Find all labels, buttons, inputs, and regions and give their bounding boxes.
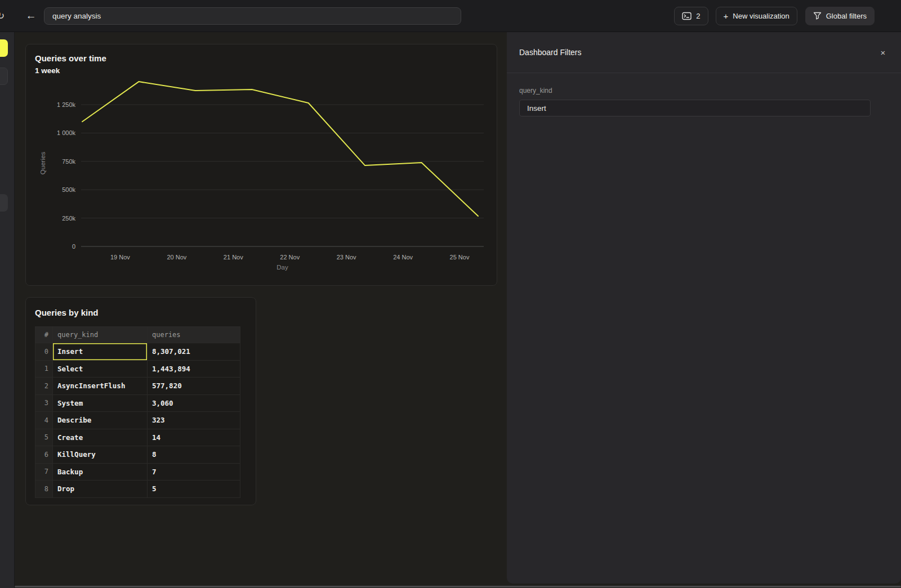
row-index-cell: 0	[35, 343, 53, 361]
table-column-header[interactable]: #	[35, 327, 53, 343]
left-rail	[0, 32, 15, 588]
table-row: 1Select1,443,894	[35, 360, 240, 378]
svg-text:1 000k: 1 000k	[57, 129, 76, 136]
queries-by-kind-table: #query_kindqueries 0Insert8,307,0211Sele…	[35, 326, 240, 498]
sql-console-count-button[interactable]: 2	[674, 7, 708, 25]
dashboard-title-input[interactable]	[44, 7, 461, 25]
new-visualization-label: New visualization	[733, 12, 789, 20]
svg-text:21 Nov: 21 Nov	[224, 254, 243, 261]
svg-text:19 Nov: 19 Nov	[110, 254, 130, 261]
query-kind-cell[interactable]: Drop	[53, 481, 148, 498]
svg-text:750k: 750k	[62, 158, 75, 165]
svg-text:0: 0	[72, 243, 75, 250]
queries-count-cell[interactable]: 577,820	[148, 378, 240, 395]
queries-count-cell[interactable]: 3,060	[148, 394, 240, 412]
svg-text:500k: 500k	[62, 186, 75, 193]
table-row: 6KillQuery8	[35, 446, 240, 464]
table-header-row: #query_kindqueries	[35, 327, 240, 343]
table-row: 5Create14	[35, 429, 240, 446]
filters-panel-header: Dashboard Filters ×	[507, 32, 901, 73]
filter-field-label: query_kind	[519, 87, 889, 95]
topbar: ↻ ← 2 + New visualization Global filters	[0, 0, 901, 32]
query-kind-cell[interactable]: Describe	[53, 412, 148, 429]
arrow-left-icon: ←	[26, 10, 37, 22]
table-row: 8Drop5	[35, 481, 240, 498]
row-index-cell: 2	[35, 378, 53, 395]
queries-count-cell[interactable]: 8	[148, 446, 240, 464]
close-icon[interactable]: ×	[877, 47, 889, 58]
svg-text:25 Nov: 25 Nov	[450, 254, 470, 261]
table-column-header[interactable]: queries	[148, 327, 240, 343]
queries-by-kind-card: Queries by kind #query_kindqueries 0Inse…	[25, 297, 256, 505]
table-title: Queries by kind	[35, 308, 99, 317]
table-row: 3System3,060	[35, 394, 240, 412]
svg-text:Queries: Queries	[39, 152, 46, 175]
svg-text:Day: Day	[276, 264, 288, 271]
row-index-cell: 5	[35, 429, 53, 446]
queries-count-cell[interactable]: 5	[148, 481, 240, 498]
global-filters-button[interactable]: Global filters	[805, 7, 875, 25]
svg-text:24 Nov: 24 Nov	[393, 254, 413, 261]
query-kind-cell[interactable]: AsyncInsertFlush	[53, 378, 148, 395]
svg-text:250k: 250k	[62, 215, 75, 222]
dashboard-canvas: Queries over time 1 week 0250k500k750k1 …	[15, 32, 507, 588]
query-kind-filter-input[interactable]	[519, 100, 871, 116]
console-window-icon	[682, 12, 692, 20]
queries-count-cell[interactable]: 1,443,894	[148, 360, 240, 378]
table-row: 7Backup7	[35, 463, 240, 481]
svg-text:23 Nov: 23 Nov	[337, 254, 356, 261]
queries-over-time-line-chart[interactable]: 0250k500k750k1 000k1 250k19 Nov20 Nov21 …	[26, 44, 497, 285]
back-button[interactable]: ←	[23, 7, 39, 24]
row-index-cell: 4	[35, 412, 53, 429]
new-visualization-button[interactable]: + New visualization	[716, 7, 797, 25]
queries-count-cell[interactable]: 323	[148, 412, 240, 429]
sidebar-item-active-peek[interactable]	[0, 39, 8, 57]
query-kind-cell[interactable]: Select	[53, 360, 148, 378]
filters-panel-body: query_kind	[507, 73, 901, 116]
queries-count-cell[interactable]: 7	[148, 463, 240, 481]
query-kind-cell[interactable]: KillQuery	[53, 446, 148, 464]
sidebar-item-peek[interactable]	[0, 194, 8, 212]
funnel-icon	[813, 12, 822, 20]
history-icon[interactable]: ↻	[0, 11, 5, 21]
table-row: 0Insert8,307,021	[35, 343, 240, 361]
query-kind-cell[interactable]: System	[53, 394, 148, 412]
horizontal-scrollbar[interactable]	[15, 586, 901, 587]
query-kind-cell[interactable]: Insert	[53, 343, 148, 361]
row-index-cell: 6	[35, 446, 53, 464]
queries-over-time-card: Queries over time 1 week 0250k500k750k1 …	[25, 44, 497, 286]
svg-text:22 Nov: 22 Nov	[280, 254, 300, 261]
console-count-label: 2	[696, 12, 700, 20]
table-row: 4Describe323	[35, 412, 240, 429]
row-index-cell: 3	[35, 394, 53, 412]
svg-text:20 Nov: 20 Nov	[167, 254, 186, 261]
filters-panel-title: Dashboard Filters	[519, 48, 582, 57]
row-index-cell: 8	[35, 481, 53, 498]
row-index-cell: 1	[35, 360, 53, 378]
queries-count-cell[interactable]: 8,307,021	[148, 343, 240, 361]
table-row: 2AsyncInsertFlush577,820	[35, 378, 240, 395]
query-kind-cell[interactable]: Backup	[53, 463, 148, 481]
table-column-header[interactable]: query_kind	[53, 327, 148, 343]
query-kind-cell[interactable]: Create	[53, 429, 148, 446]
queries-count-cell[interactable]: 14	[148, 429, 240, 446]
sidebar-item-peek[interactable]	[0, 68, 8, 85]
global-filters-label: Global filters	[826, 12, 867, 20]
plus-icon: +	[724, 11, 729, 21]
svg-text:1 250k: 1 250k	[57, 101, 76, 108]
row-index-cell: 7	[35, 463, 53, 481]
dashboard-filters-panel: Dashboard Filters × query_kind	[507, 32, 901, 583]
